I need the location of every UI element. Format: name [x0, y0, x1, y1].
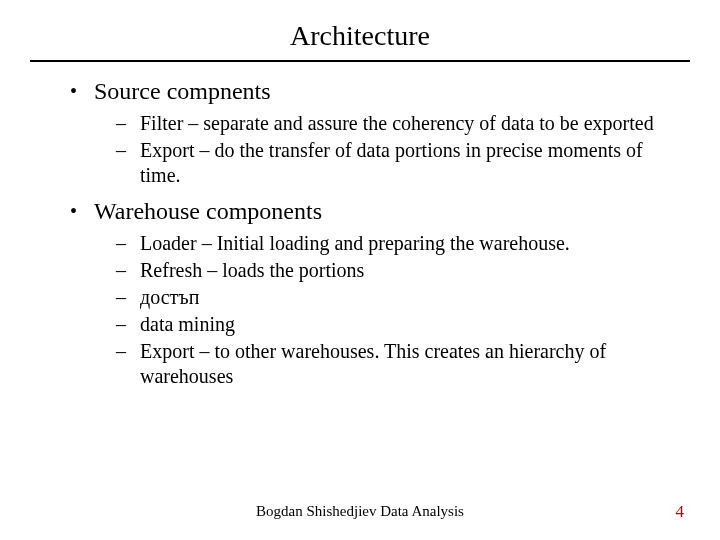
sub-list-item: Filter – separate and assure the coheren… [94, 111, 680, 136]
sub-list-item: Loader – Initial loading and preparing t… [94, 231, 680, 256]
sub-list-item: Refresh – loads the portions [94, 258, 680, 283]
sub-list-item: Export – to other warehouses. This creat… [94, 339, 680, 389]
list-item: Source compnents Filter – separate and a… [70, 76, 680, 188]
sub-list-item: Export – do the transfer of data portion… [94, 138, 680, 188]
list-item-label: Source compnents [94, 78, 271, 104]
title-rule [30, 60, 690, 62]
page-number: 4 [676, 502, 685, 522]
sub-list-item: достъп [94, 285, 680, 310]
sub-list: Filter – separate and assure the coheren… [94, 111, 680, 188]
sub-list: Loader – Initial loading and preparing t… [94, 231, 680, 389]
slide-title: Architecture [30, 20, 690, 60]
slide: Architecture Source compnents Filter – s… [0, 0, 720, 540]
footer-text: Bogdan Shishedjiev Data Analysis [0, 503, 720, 520]
sub-list-item: data mining [94, 312, 680, 337]
slide-content: Source compnents Filter – separate and a… [30, 76, 690, 389]
list-item: Warehouse components Loader – Initial lo… [70, 196, 680, 389]
list-item-label: Warehouse components [94, 198, 322, 224]
bullet-list: Source compnents Filter – separate and a… [70, 76, 680, 389]
